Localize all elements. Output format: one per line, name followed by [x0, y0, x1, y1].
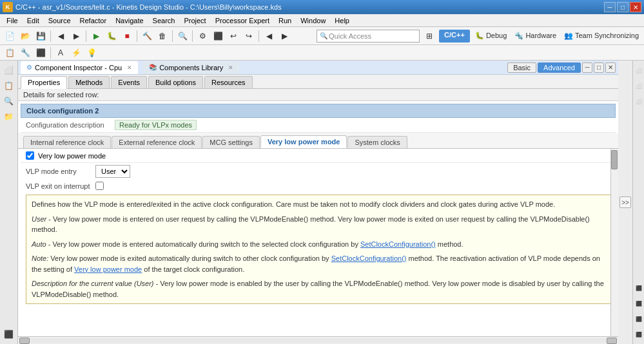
maximize-button[interactable]: □: [617, 2, 629, 12]
right-sidebar-btn1[interactable]: ⬜: [634, 63, 643, 77]
right-sidebar-btn6[interactable]: ⬛: [634, 312, 643, 326]
details-header: Details for selected row:: [18, 89, 618, 101]
toolbar2-btn4[interactable]: A: [54, 46, 68, 60]
menu-project[interactable]: Project: [180, 15, 210, 26]
tab-methods[interactable]: Methods: [68, 76, 110, 88]
quick-access-input[interactable]: 🔍 Quick Access: [317, 30, 420, 43]
right-sidebar-btn4[interactable]: ⬛: [634, 281, 643, 295]
toolbar-misc3-btn[interactable]: ↩: [226, 29, 240, 43]
right-sidebar-btn2[interactable]: ⬜: [634, 79, 643, 93]
vlp-mode-checkbox[interactable]: [26, 151, 34, 160]
content-area: ⚙ Component Inspector - Cpu ✕ 📚 Componen…: [18, 61, 618, 344]
horizontal-scrollbar-area: [18, 336, 618, 344]
info-line5: Description for the current value (User)…: [32, 278, 607, 300]
sub-tab-external-ref[interactable]: External reference clock: [112, 136, 202, 148]
toolbar2-btn6[interactable]: 💡: [84, 46, 99, 60]
vertical-scrollbar[interactable]: [610, 149, 618, 336]
vlp-mode-entry-select[interactable]: User Auto: [95, 165, 130, 178]
debug-perspective-label[interactable]: 🐛 Debug: [473, 32, 509, 40]
sub-tab-mcg[interactable]: MCG settings: [202, 136, 260, 148]
toolbar2-btn1[interactable]: 📋: [3, 46, 17, 60]
vlp-exit-row: VLP exit on interrupt: [21, 180, 616, 192]
components-library-tab[interactable]: 📚 Components Library ✕: [143, 61, 239, 74]
inspector-close-icon[interactable]: ✕: [127, 64, 132, 71]
toolbar-misc1-btn[interactable]: ⚙: [195, 29, 210, 43]
menu-search[interactable]: Search: [149, 15, 179, 26]
toolbar-build-btn[interactable]: 🔨: [140, 29, 154, 43]
menu-file[interactable]: File: [3, 15, 22, 26]
vlp-exit-checkbox[interactable]: [95, 182, 104, 190]
sub-tabs: Internal reference clock External refere…: [18, 133, 618, 149]
menu-run[interactable]: Run: [275, 15, 295, 26]
toolbar-sep2: [86, 30, 86, 42]
sidebar-btn2[interactable]: 📋: [2, 79, 16, 93]
toolbar-sep6: [259, 30, 259, 42]
right-sidebar: ⬜ ⬜ ⬜ ⬛ ⬛ ⬛ ⬛ ···: [632, 61, 644, 344]
toolbar-open-btn[interactable]: 📂: [18, 29, 32, 43]
toolbar2-btn2[interactable]: 🔧: [18, 46, 32, 60]
toolbar-run-btn[interactable]: ▶: [89, 29, 103, 43]
sidebar-btn3[interactable]: 🔍: [2, 94, 16, 108]
sidebar-btn4[interactable]: 📁: [2, 110, 16, 124]
toolbar-misc4-btn[interactable]: ↪: [242, 29, 256, 43]
close-panel-btn[interactable]: ✕: [605, 62, 616, 73]
h-scroll-right-btn[interactable]: [607, 338, 617, 344]
toolbar-back-btn[interactable]: ◀: [54, 29, 68, 43]
component-inspector-tab[interactable]: ⚙ Component Inspector - Cpu ✕: [21, 61, 138, 74]
toolbar-debug-btn[interactable]: 🐛: [104, 29, 119, 43]
menu-source[interactable]: Source: [44, 15, 75, 26]
panel-header: ⚙ Component Inspector - Cpu ✕ 📚 Componen…: [18, 61, 618, 75]
sidebar-btn1[interactable]: ⬜: [2, 63, 16, 77]
toolbar-stop-btn[interactable]: ■: [120, 29, 134, 43]
library-close-icon[interactable]: ✕: [228, 64, 233, 71]
toolbar-new-btn[interactable]: 📄: [3, 29, 17, 43]
sub-tab-internal-ref[interactable]: Internal reference clock: [23, 136, 111, 148]
advanced-button[interactable]: Advanced: [538, 62, 581, 73]
toolbar2-btn5[interactable]: ⚡: [69, 46, 83, 60]
link-set-clock-config1[interactable]: SetClockConfiguration(): [360, 240, 436, 248]
team-sync-perspective-label[interactable]: 👥 Team Synchronizing: [561, 32, 641, 40]
toolbar-clean-btn[interactable]: 🗑: [155, 29, 170, 43]
menu-processor-expert[interactable]: Processor Expert: [211, 15, 273, 26]
tab-properties[interactable]: Properties: [21, 76, 67, 89]
cpp-perspective-btn[interactable]: C/C++: [439, 30, 470, 43]
maximize-panel-btn[interactable]: □: [594, 62, 604, 73]
minimize-button[interactable]: ─: [604, 2, 616, 12]
basic-adv-toggle: Basic Advanced: [507, 62, 581, 73]
vlp-mode-entry-label: VLP mode entry: [26, 167, 90, 175]
expand-button[interactable]: >>: [620, 196, 631, 208]
toolbar-arr-left[interactable]: ◀: [262, 29, 276, 43]
toolbar-search-btn[interactable]: 🔍: [175, 29, 190, 43]
tab-resources[interactable]: Resources: [204, 76, 253, 88]
menu-window[interactable]: Window: [297, 15, 329, 26]
toolbar-fwd-btn[interactable]: ▶: [69, 29, 83, 43]
hardware-perspective-label[interactable]: 🔩 Hardware: [512, 32, 559, 40]
toolbar-arr-right[interactable]: ▶: [277, 29, 291, 43]
left-sidebar: ⬜ 📋 🔍 📁 ⬛: [0, 61, 18, 344]
menu-refactor[interactable]: Refactor: [76, 15, 111, 26]
link-vlp-mode[interactable]: Very low power mode: [74, 265, 142, 273]
menu-navigate[interactable]: Navigate: [112, 15, 147, 26]
menu-help[interactable]: Help: [331, 15, 353, 26]
toolbar-misc2-btn[interactable]: ⬛: [211, 29, 225, 43]
sub-tab-system-clocks[interactable]: System clocks: [347, 136, 407, 148]
tab-build-options[interactable]: Build options: [148, 76, 203, 88]
close-button[interactable]: ✕: [630, 2, 641, 12]
tab-events[interactable]: Events: [111, 76, 147, 88]
panel-body: Details for selected row: Clock configur…: [18, 89, 618, 344]
link-set-clock-config2[interactable]: SetClockConfiguration(): [331, 254, 407, 262]
sub-tab-vlp[interactable]: Very low power mode: [260, 135, 347, 148]
panel-controls: Basic Advanced ─ □ ✕: [507, 62, 616, 73]
sidebar-btn5[interactable]: ⬛: [2, 327, 16, 341]
basic-button[interactable]: Basic: [507, 62, 536, 73]
right-sidebar-btn3[interactable]: ⬜: [634, 94, 643, 108]
toolbar-sep1: [50, 30, 51, 42]
minimize-panel-btn[interactable]: ─: [582, 62, 592, 73]
menu-edit[interactable]: Edit: [23, 15, 43, 26]
toolbar-grid-btn[interactable]: ⊞: [422, 29, 436, 43]
scrollbar-thumb[interactable]: [611, 150, 618, 169]
toolbar-save-btn[interactable]: 💾: [34, 29, 48, 43]
right-sidebar-btn5[interactable]: ⬛: [634, 296, 643, 311]
toolbar2-btn3[interactable]: ⬛: [34, 46, 48, 60]
h-scroll-left-btn[interactable]: [19, 338, 30, 344]
